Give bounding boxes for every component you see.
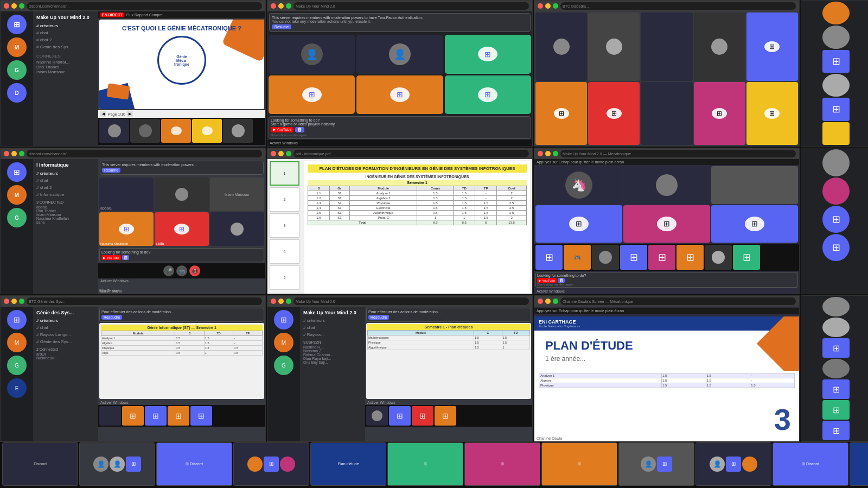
prev-slide-btn[interactable]: ◀ bbox=[100, 111, 106, 117]
d-home-10[interactable]: ⊞ bbox=[274, 310, 293, 329]
url-bar-3[interactable]: BTC Discédia... bbox=[560, 2, 796, 10]
channel-item-2[interactable]: # chat bbox=[36, 29, 95, 36]
max-dot-5[interactable] bbox=[19, 151, 24, 156]
tb-screen-5[interactable]: Plan d'étude bbox=[310, 442, 386, 486]
hangup-5[interactable]: 📵 bbox=[189, 265, 200, 276]
max-11[interactable] bbox=[553, 299, 558, 304]
resume-10[interactable]: Résoudre bbox=[368, 315, 389, 320]
window-chrome-5: discord.com/channels/... bbox=[1, 148, 265, 159]
url-11[interactable]: Chahine Dawla's Screen — Mécatronique bbox=[560, 297, 796, 305]
video-5[interactable]: 📹 bbox=[176, 265, 187, 276]
tb-screen-1[interactable]: Discord bbox=[2, 442, 78, 486]
server-icon-1[interactable]: M bbox=[7, 37, 27, 57]
resume-5[interactable]: Resume bbox=[102, 168, 120, 173]
url-7[interactable]: Make Up Your Mind 2.0 — Mécatronique bbox=[560, 150, 796, 157]
yt-7[interactable]: ▶ YouTube bbox=[537, 278, 557, 283]
url-6[interactable]: pdf - infotronique.pdf bbox=[293, 150, 529, 157]
ch-9-2[interactable]: # chat bbox=[36, 324, 95, 331]
tb-screen-7[interactable]: ⊞ bbox=[464, 442, 540, 486]
tb-screen-12[interactable]: ENI bbox=[850, 442, 868, 486]
ch-10-3[interactable]: # Raycss... bbox=[303, 331, 362, 338]
min-6[interactable] bbox=[278, 151, 284, 156]
s-10-2[interactable]: G bbox=[274, 356, 293, 375]
min-7[interactable] bbox=[545, 151, 551, 156]
next-slide-btn[interactable]: ▶ bbox=[127, 111, 133, 117]
tb-screen-4[interactable]: ⊞ bbox=[233, 442, 309, 486]
close-7[interactable] bbox=[538, 151, 543, 156]
ch-9-4[interactable]: # Génie des Sys... bbox=[36, 338, 95, 345]
url-bar[interactable]: discord.com/channels/... bbox=[27, 2, 262, 10]
server-5-1[interactable]: M bbox=[7, 185, 27, 205]
youtube-btn[interactable]: ▶ YouTube bbox=[271, 127, 293, 132]
ch-5-1[interactable]: # créateurs bbox=[36, 170, 95, 177]
ch-9-3[interactable]: # Raycss Langa... bbox=[36, 331, 95, 338]
close-11[interactable] bbox=[538, 299, 543, 304]
max-dot[interactable] bbox=[19, 3, 24, 9]
ch-5-4[interactable]: # Informatique bbox=[36, 191, 95, 198]
min-dot[interactable] bbox=[11, 3, 17, 9]
url-bar-2[interactable]: Make Up Your Mind 2.0 bbox=[293, 2, 529, 10]
tb-screen-10[interactable]: 👤 ⊞ bbox=[695, 442, 771, 486]
s-9-3[interactable]: E bbox=[7, 378, 27, 398]
ch-10-2[interactable]: # chat bbox=[303, 324, 362, 331]
resume-btn-2[interactable]: Resume bbox=[272, 24, 291, 29]
tb-screen-9[interactable]: 👤 ⊞ bbox=[618, 442, 694, 486]
ch-5-2[interactable]: # chat bbox=[36, 177, 95, 184]
tb-screen-3[interactable]: ⊞ Discord bbox=[156, 442, 232, 486]
act-5[interactable]: 🃏 bbox=[122, 255, 129, 260]
server-icon-3[interactable]: D bbox=[7, 83, 27, 103]
yt-5[interactable]: ▶ YouTube bbox=[101, 255, 121, 260]
discord-home-5[interactable]: ⊞ bbox=[7, 162, 27, 182]
max-dot-3[interactable] bbox=[553, 3, 558, 9]
close-dot-5[interactable] bbox=[4, 151, 9, 156]
max-7[interactable] bbox=[553, 151, 558, 156]
thumb-6-3[interactable]: 3 bbox=[270, 213, 299, 238]
ch-10-1[interactable]: # créateurs bbox=[303, 317, 362, 324]
channel-item-1[interactable]: # créateurs bbox=[36, 22, 95, 29]
min-dot-2[interactable] bbox=[278, 3, 284, 9]
tb-screen-2[interactable]: 👤 👤 ⊞ bbox=[79, 442, 155, 486]
act-7[interactable]: 🃏 bbox=[558, 278, 565, 283]
min-dot-5[interactable] bbox=[11, 151, 17, 156]
url-10[interactable]: Make Up Your Mind 2.0 bbox=[293, 297, 529, 305]
min-9[interactable] bbox=[11, 299, 17, 304]
discord-home-icon[interactable]: ⊞ bbox=[7, 15, 27, 34]
ch-9-1[interactable]: # créateurs bbox=[36, 317, 95, 324]
url-9[interactable]: BTC Génie des Sys... bbox=[27, 297, 262, 305]
min-11[interactable] bbox=[545, 299, 551, 304]
server-5-2[interactable]: G bbox=[7, 208, 27, 227]
min-10[interactable] bbox=[278, 299, 284, 304]
mute-5[interactable]: 🎤 bbox=[163, 265, 174, 276]
min-dot-3[interactable] bbox=[545, 3, 551, 9]
s-10-1[interactable]: M bbox=[274, 333, 293, 352]
max-dot-2[interactable] bbox=[286, 3, 291, 9]
close-9[interactable] bbox=[4, 299, 9, 304]
panel-3-grid: ⊞ ⊞ ⊞ ⊞ ⊞ bbox=[534, 11, 799, 146]
resume-9[interactable]: Résoudre bbox=[101, 315, 122, 320]
max-6[interactable] bbox=[286, 151, 291, 156]
s-9-2[interactable]: G bbox=[7, 356, 27, 375]
close-dot-2[interactable] bbox=[271, 3, 276, 9]
channel-item-4[interactable]: # Genie des Sys... bbox=[36, 43, 95, 50]
thumb-6-4[interactable]: 4 bbox=[270, 239, 299, 264]
server-icon-2[interactable]: G bbox=[7, 60, 27, 80]
close-dot-3[interactable] bbox=[538, 3, 543, 9]
tb-screen-11[interactable]: ⊞ Discord bbox=[773, 442, 848, 486]
max-10[interactable] bbox=[286, 299, 291, 304]
close-10[interactable] bbox=[271, 299, 276, 304]
close-dot[interactable] bbox=[4, 3, 9, 9]
d-8-4: ⊞ bbox=[822, 234, 850, 261]
tb-screen-6[interactable]: ⊞ bbox=[387, 442, 463, 486]
close-6[interactable] bbox=[271, 151, 276, 156]
tb-screen-8[interactable]: ⊞ bbox=[541, 442, 617, 486]
d-home-9[interactable]: ⊞ bbox=[7, 310, 27, 329]
thumb-6-2[interactable]: 2 bbox=[270, 187, 299, 212]
url-bar-5[interactable]: discord.com/channels/... bbox=[27, 150, 262, 157]
channel-item-3[interactable]: # chat 2 bbox=[36, 36, 95, 43]
thumb-6-1[interactable]: 1 bbox=[270, 161, 299, 186]
activity-btn-2[interactable]: 🃏 bbox=[295, 127, 304, 132]
max-9[interactable] bbox=[19, 299, 24, 304]
s-9-1[interactable]: M bbox=[7, 333, 27, 352]
thumb-6-5[interactable]: 5 bbox=[270, 265, 299, 290]
ch-5-3[interactable]: # chat 2 bbox=[36, 184, 95, 191]
